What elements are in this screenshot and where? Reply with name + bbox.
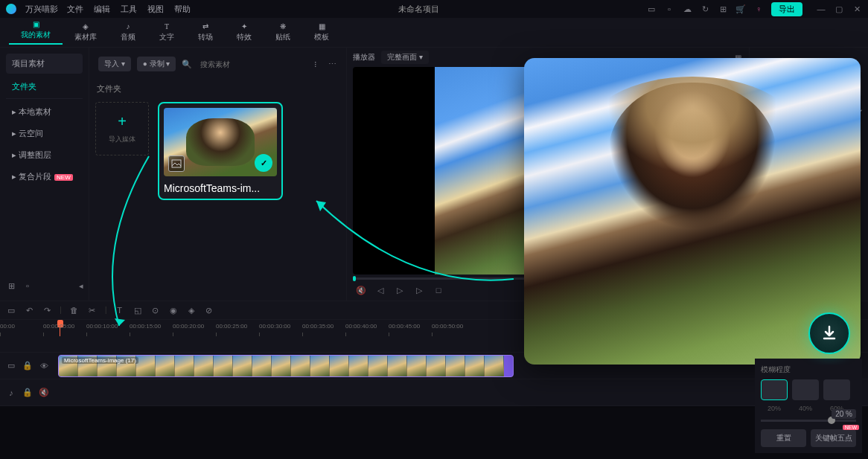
menu-view[interactable]: 视图 [147, 4, 164, 15]
record-button[interactable]: ● 录制 ▾ [137, 57, 176, 71]
left-sidebar: 项目素材 文件夹 ▸ 本地素材 ▸ 云空间 ▸ 调整图层 ▸ 复合片段NEW ⊞… [0, 48, 89, 301]
delete-icon[interactable]: 🗑 [69, 305, 80, 315]
text-tool-icon[interactable]: T [115, 305, 125, 315]
search-icon: 🔍 [182, 59, 192, 69]
tab-my-media[interactable]: ▣我的素材 [9, 20, 63, 45]
sidebar-project-media[interactable]: 项目素材 [6, 54, 83, 74]
blur-slider[interactable]: 20 % [761, 420, 856, 422]
titlebar: 万兴喵影 文件 编辑 工具 视图 帮助 未命名项目 ▭ ▫ ☁ ↻ ⊞ 🛒 ♀ … [0, 0, 868, 18]
view-mode-dropdown[interactable]: 完整画面 ▾ [381, 51, 429, 64]
new-folder-icon[interactable]: ⊞ [6, 280, 16, 291]
lock-icon[interactable]: 🔒 [22, 361, 33, 371]
grid-icon[interactable]: ⊞ [718, 4, 728, 14]
folder-label: 文件夹 [95, 80, 340, 97]
play-icon[interactable]: ▷ [395, 285, 405, 295]
blur-preset-2[interactable] [792, 379, 819, 400]
audio-track: ♪ 🔒 🔇 [0, 379, 868, 406]
search-input[interactable] [198, 58, 304, 71]
color-icon[interactable]: ◉ [168, 305, 179, 315]
cart-icon[interactable]: 🛒 [735, 4, 746, 14]
collapse-icon[interactable]: ◂ [76, 280, 86, 291]
visibility-icon[interactable]: 👁 [39, 361, 49, 371]
sidebar-adjust[interactable]: ▸ 调整图层 [6, 145, 83, 165]
thumbnail-image: ✓ [164, 108, 277, 176]
image-type-icon [168, 155, 185, 172]
import-button[interactable]: 导入 ▾ [98, 57, 131, 71]
tab-stickers[interactable]: ❋贴纸 [264, 22, 302, 42]
export-button[interactable]: 导出 [771, 2, 802, 16]
app-name: 万兴喵影 [25, 4, 58, 15]
tab-audio[interactable]: ♪音频 [109, 22, 147, 42]
plus-icon: + [118, 113, 127, 130]
sidebar-cloud[interactable]: ▸ 云空间 [6, 123, 83, 144]
menu-edit[interactable]: 编辑 [94, 4, 110, 15]
check-icon: ✓ [255, 154, 272, 172]
video-track-icon[interactable]: ▭ [6, 361, 16, 371]
layout-icon[interactable]: ▭ [646, 4, 657, 14]
tool-tabs: ▣我的素材 ◈素材库 ♪音频 T文字 ⇄转场 ✦特效 ❋贴纸 ▦模板 [0, 18, 868, 48]
blur-label: 模糊程度 [761, 365, 856, 375]
blur-panel: 模糊程度 20% 40% 60% 20 % 重置 关键帧五点NEW [755, 359, 862, 453]
history-icon[interactable]: ↻ [700, 4, 710, 14]
stop-icon[interactable]: □ [433, 285, 444, 295]
reset-button[interactable]: 重置 [761, 429, 806, 447]
player-label: 播放器 [353, 52, 375, 62]
tab-transition[interactable]: ⇄转场 [186, 22, 225, 42]
cloud-icon[interactable]: ☁ [682, 4, 692, 14]
media-thumbnail[interactable]: ✓ MicrosoftTeams-im... [158, 102, 283, 200]
timer-icon[interactable]: ⊘ [204, 305, 214, 315]
prev-frame-icon[interactable]: ◁ [375, 285, 386, 295]
media-panel: 导入 ▾ ● 录制 ▾ 🔍 ⫶ ⋯ 文件夹 + 导入媒体 ✓ Microsoft… [89, 48, 347, 301]
select-tool-icon[interactable]: ▭ [6, 305, 16, 315]
save-panel-icon[interactable]: ▫ [22, 280, 33, 291]
tab-templates[interactable]: ▦模板 [302, 22, 341, 42]
menu-help[interactable]: 帮助 [174, 4, 191, 15]
next-frame-icon[interactable]: ▷ [414, 285, 424, 295]
speed-icon[interactable]: ⊙ [150, 305, 161, 315]
sidebar-folder-head: 文件夹 [6, 75, 83, 99]
mute-icon[interactable]: 🔇 [39, 388, 49, 398]
tab-stock[interactable]: ◈素材库 [63, 22, 109, 42]
app-logo [6, 4, 16, 14]
sidebar-compound[interactable]: ▸ 复合片段NEW [6, 167, 83, 187]
main-menu: 文件 编辑 工具 视图 帮助 [67, 4, 191, 15]
user-icon[interactable]: ♀ [753, 4, 764, 14]
maximize-icon[interactable]: ▢ [834, 4, 844, 14]
audio-lock-icon[interactable]: 🔒 [22, 388, 33, 398]
blur-preset-1[interactable] [761, 379, 788, 400]
project-title: 未命名项目 [200, 4, 637, 15]
keyframe-icon[interactable]: ◈ [186, 305, 197, 315]
redo-icon[interactable]: ↷ [42, 305, 52, 315]
svg-rect-0 [172, 160, 181, 167]
large-preview-overlay [524, 58, 861, 365]
minimize-icon[interactable]: — [816, 4, 826, 14]
audio-track-icon[interactable]: ♪ [6, 388, 16, 398]
tab-effects[interactable]: ✦特效 [225, 22, 264, 42]
crop-icon[interactable]: ◱ [133, 305, 143, 315]
save-icon[interactable]: ▫ [664, 4, 674, 14]
cut-icon[interactable]: ✂ [87, 305, 98, 315]
menu-tools[interactable]: 工具 [121, 4, 137, 15]
timeline-clip[interactable]: MicrosoftTeams-image (17) [58, 355, 514, 377]
thumbnail-label: MicrosoftTeams-im... [164, 176, 277, 194]
menu-file[interactable]: 文件 [67, 4, 83, 15]
filter-icon[interactable]: ⫶ [310, 59, 321, 69]
download-button[interactable] [808, 312, 850, 354]
volume-icon[interactable]: 🔇 [356, 285, 366, 295]
import-media-box[interactable]: + 导入媒体 [95, 102, 149, 155]
sidebar-local[interactable]: ▸ 本地素材 [6, 102, 83, 122]
close-icon[interactable]: ✕ [852, 4, 862, 14]
tab-text[interactable]: T文字 [147, 22, 186, 42]
blur-preset-3[interactable] [823, 379, 850, 400]
more-icon[interactable]: ⋯ [327, 59, 337, 69]
undo-icon[interactable]: ↶ [24, 305, 34, 315]
keyframe-button[interactable]: 关键帧五点NEW [811, 429, 856, 447]
